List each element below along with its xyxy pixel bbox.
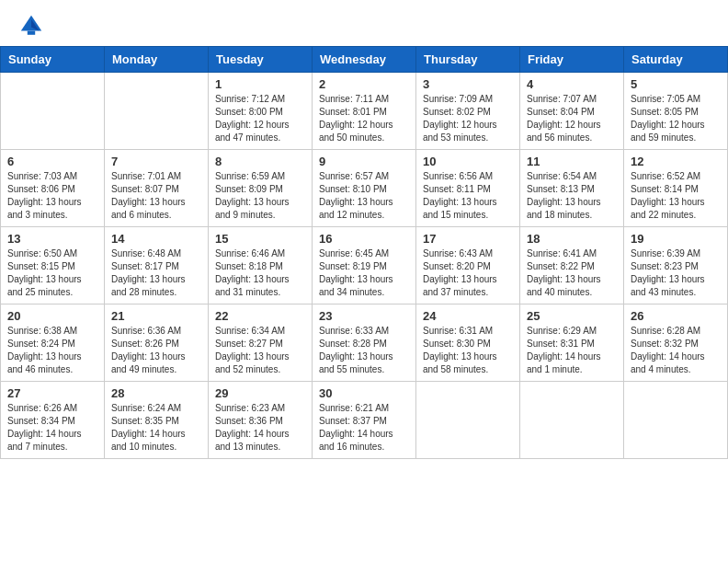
calendar-cell [1, 73, 105, 150]
day-number: 19 [631, 232, 721, 246]
day-number: 2 [319, 77, 409, 91]
day-number: 10 [423, 155, 513, 168]
day-info: Sunrise: 6:21 AMSunset: 8:37 PMDaylight:… [319, 402, 409, 454]
day-info: Sunrise: 6:57 AMSunset: 8:10 PMDaylight:… [319, 170, 409, 222]
day-number: 28 [111, 386, 201, 400]
day-header-tuesday: Tuesday [209, 47, 313, 73]
page-header [0, 0, 728, 46]
day-header-thursday: Thursday [416, 47, 520, 73]
calendar-cell: 12Sunrise: 6:52 AMSunset: 8:14 PMDayligh… [624, 150, 728, 227]
day-number: 15 [215, 232, 305, 246]
calendar-cell: 6Sunrise: 7:03 AMSunset: 8:06 PMDaylight… [1, 150, 105, 227]
day-info: Sunrise: 6:54 AMSunset: 8:13 PMDaylight:… [527, 170, 617, 222]
calendar-cell: 22Sunrise: 6:34 AMSunset: 8:27 PMDayligh… [209, 304, 313, 382]
calendar-cell: 23Sunrise: 6:33 AMSunset: 8:28 PMDayligh… [313, 304, 416, 382]
day-info: Sunrise: 6:48 AMSunset: 8:17 PMDaylight:… [111, 247, 201, 299]
day-info: Sunrise: 6:59 AMSunset: 8:09 PMDaylight:… [215, 170, 305, 222]
day-info: Sunrise: 6:50 AMSunset: 8:15 PMDaylight:… [7, 247, 97, 299]
day-number: 29 [215, 386, 305, 400]
day-number: 21 [111, 309, 201, 323]
calendar-week-row: 1Sunrise: 7:12 AMSunset: 8:00 PMDaylight… [1, 73, 728, 150]
day-number: 1 [215, 77, 305, 91]
day-header-monday: Monday [105, 47, 209, 73]
calendar-cell: 10Sunrise: 6:56 AMSunset: 8:11 PMDayligh… [416, 150, 520, 227]
calendar-cell: 24Sunrise: 6:31 AMSunset: 8:30 PMDayligh… [416, 304, 520, 382]
calendar-week-row: 13Sunrise: 6:50 AMSunset: 8:15 PMDayligh… [1, 227, 728, 304]
calendar-cell: 16Sunrise: 6:45 AMSunset: 8:19 PMDayligh… [313, 227, 416, 304]
day-number: 8 [215, 155, 305, 168]
calendar-cell: 21Sunrise: 6:36 AMSunset: 8:26 PMDayligh… [105, 304, 209, 382]
calendar-cell: 4Sunrise: 7:07 AMSunset: 8:04 PMDaylight… [520, 73, 624, 150]
calendar-week-row: 27Sunrise: 6:26 AMSunset: 8:34 PMDayligh… [1, 382, 728, 459]
calendar-cell: 29Sunrise: 6:23 AMSunset: 8:36 PMDayligh… [209, 382, 313, 459]
calendar-cell: 20Sunrise: 6:38 AMSunset: 8:24 PMDayligh… [1, 304, 105, 382]
day-info: Sunrise: 6:36 AMSunset: 8:26 PMDaylight:… [111, 325, 201, 376]
calendar-cell: 25Sunrise: 6:29 AMSunset: 8:31 PMDayligh… [520, 304, 624, 382]
day-number: 12 [631, 155, 721, 168]
day-number: 7 [111, 155, 201, 168]
day-info: Sunrise: 6:23 AMSunset: 8:36 PMDaylight:… [215, 402, 305, 454]
day-number: 5 [631, 77, 721, 91]
day-info: Sunrise: 6:52 AMSunset: 8:14 PMDaylight:… [631, 170, 721, 222]
calendar-cell [416, 382, 520, 459]
day-number: 24 [423, 309, 513, 323]
svg-rect-2 [28, 31, 35, 35]
day-header-friday: Friday [520, 47, 624, 73]
calendar-cell: 8Sunrise: 6:59 AMSunset: 8:09 PMDaylight… [209, 150, 313, 227]
calendar-cell: 26Sunrise: 6:28 AMSunset: 8:32 PMDayligh… [624, 304, 728, 382]
day-info: Sunrise: 6:31 AMSunset: 8:30 PMDaylight:… [423, 325, 513, 376]
logo [18, 13, 48, 39]
calendar-cell: 28Sunrise: 6:24 AMSunset: 8:35 PMDayligh… [105, 382, 209, 459]
day-info: Sunrise: 6:26 AMSunset: 8:34 PMDaylight:… [7, 402, 97, 454]
day-number: 23 [319, 309, 409, 323]
day-header-sunday: Sunday [1, 47, 105, 73]
calendar-cell: 9Sunrise: 6:57 AMSunset: 8:10 PMDaylight… [313, 150, 416, 227]
day-info: Sunrise: 7:07 AMSunset: 8:04 PMDaylight:… [527, 93, 617, 144]
logo-icon [18, 13, 44, 39]
day-number: 20 [7, 309, 97, 323]
calendar-cell: 15Sunrise: 6:46 AMSunset: 8:18 PMDayligh… [209, 227, 313, 304]
calendar-cell [624, 382, 728, 459]
day-info: Sunrise: 6:28 AMSunset: 8:32 PMDaylight:… [631, 325, 721, 376]
day-number: 17 [423, 232, 513, 246]
calendar-cell: 19Sunrise: 6:39 AMSunset: 8:23 PMDayligh… [624, 227, 728, 304]
calendar-page: SundayMondayTuesdayWednesdayThursdayFrid… [0, 0, 728, 563]
calendar-cell: 14Sunrise: 6:48 AMSunset: 8:17 PMDayligh… [105, 227, 209, 304]
calendar-cell: 27Sunrise: 6:26 AMSunset: 8:34 PMDayligh… [1, 382, 105, 459]
calendar-cell: 11Sunrise: 6:54 AMSunset: 8:13 PMDayligh… [520, 150, 624, 227]
day-info: Sunrise: 6:34 AMSunset: 8:27 PMDaylight:… [215, 325, 305, 376]
calendar-cell: 7Sunrise: 7:01 AMSunset: 8:07 PMDaylight… [105, 150, 209, 227]
day-number: 13 [7, 232, 97, 246]
calendar-cell: 1Sunrise: 7:12 AMSunset: 8:00 PMDaylight… [209, 73, 313, 150]
day-info: Sunrise: 7:03 AMSunset: 8:06 PMDaylight:… [7, 170, 97, 222]
calendar-cell [105, 73, 209, 150]
calendar-cell: 17Sunrise: 6:43 AMSunset: 8:20 PMDayligh… [416, 227, 520, 304]
calendar-cell: 18Sunrise: 6:41 AMSunset: 8:22 PMDayligh… [520, 227, 624, 304]
day-info: Sunrise: 6:24 AMSunset: 8:35 PMDaylight:… [111, 402, 201, 454]
calendar-cell: 30Sunrise: 6:21 AMSunset: 8:37 PMDayligh… [313, 382, 416, 459]
day-header-saturday: Saturday [624, 47, 728, 73]
day-number: 27 [7, 386, 97, 400]
day-number: 18 [527, 232, 617, 246]
calendar-cell: 5Sunrise: 7:05 AMSunset: 8:05 PMDaylight… [624, 73, 728, 150]
day-info: Sunrise: 6:41 AMSunset: 8:22 PMDaylight:… [527, 247, 617, 299]
day-number: 26 [631, 309, 721, 323]
day-info: Sunrise: 6:56 AMSunset: 8:11 PMDaylight:… [423, 170, 513, 222]
day-info: Sunrise: 6:33 AMSunset: 8:28 PMDaylight:… [319, 325, 409, 376]
day-info: Sunrise: 7:11 AMSunset: 8:01 PMDaylight:… [319, 93, 409, 144]
day-info: Sunrise: 6:43 AMSunset: 8:20 PMDaylight:… [423, 247, 513, 299]
calendar-header-row: SundayMondayTuesdayWednesdayThursdayFrid… [1, 47, 728, 73]
day-number: 6 [7, 155, 97, 168]
day-number: 11 [527, 155, 617, 168]
day-info: Sunrise: 6:29 AMSunset: 8:31 PMDaylight:… [527, 325, 617, 376]
day-info: Sunrise: 7:01 AMSunset: 8:07 PMDaylight:… [111, 170, 201, 222]
day-number: 22 [215, 309, 305, 323]
day-info: Sunrise: 7:09 AMSunset: 8:02 PMDaylight:… [423, 93, 513, 144]
day-info: Sunrise: 6:38 AMSunset: 8:24 PMDaylight:… [7, 325, 97, 376]
day-info: Sunrise: 6:39 AMSunset: 8:23 PMDaylight:… [631, 247, 721, 299]
day-number: 4 [527, 77, 617, 91]
calendar-cell: 13Sunrise: 6:50 AMSunset: 8:15 PMDayligh… [1, 227, 105, 304]
calendar-cell: 3Sunrise: 7:09 AMSunset: 8:02 PMDaylight… [416, 73, 520, 150]
calendar-week-row: 20Sunrise: 6:38 AMSunset: 8:24 PMDayligh… [1, 304, 728, 382]
day-header-wednesday: Wednesday [313, 47, 416, 73]
